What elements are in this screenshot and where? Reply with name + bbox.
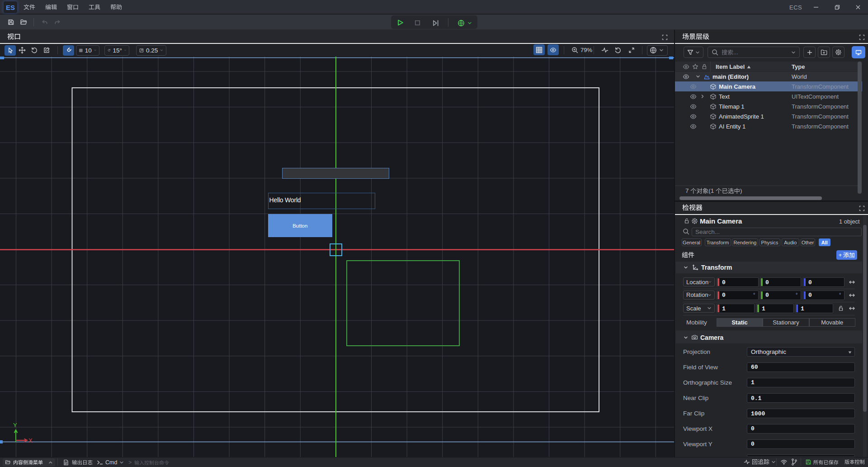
svg-text:X: X (28, 437, 33, 444)
svg-text:Y: Y (13, 422, 17, 429)
